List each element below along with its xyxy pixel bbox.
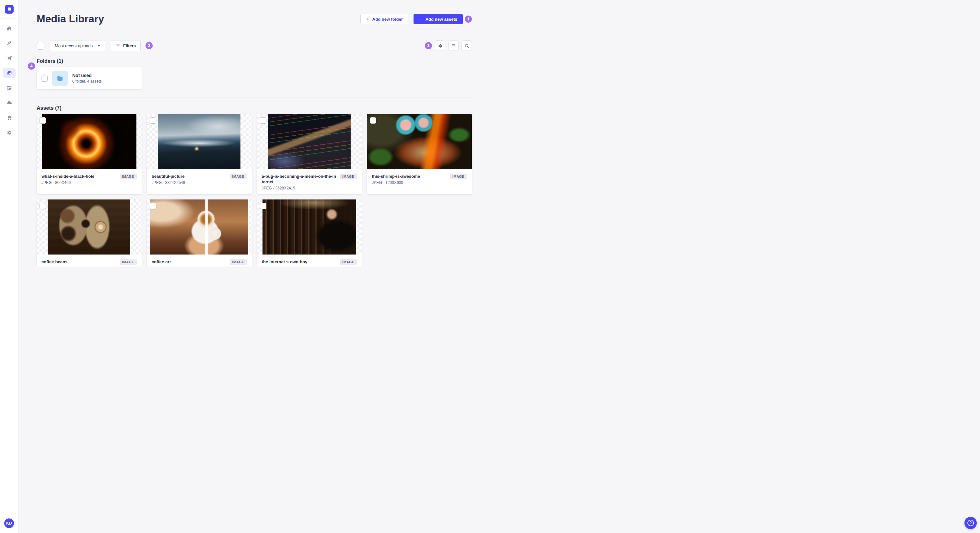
asset-meta: JPEG - 3824X2548 (152, 180, 227, 185)
asset-title: a-bug-is-becoming-a-meme-on-the-internet (262, 174, 337, 185)
page-header: Media Library Add new folder Add new ass… (37, 12, 472, 25)
asset-thumbnail (147, 114, 252, 169)
sidebar-divider (0, 18, 18, 19)
asset-checkbox[interactable] (260, 117, 266, 124)
list-icon (451, 43, 456, 48)
asset-image (367, 114, 471, 169)
folder-card[interactable]: Not used0 folder, 4 assets (37, 67, 142, 89)
asset-checkbox[interactable] (150, 203, 156, 209)
sidebar-item-content-feather[interactable] (3, 38, 16, 48)
select-all-checkbox[interactable] (37, 42, 45, 49)
asset-meta: JPEG - 5824X3259 (152, 266, 227, 266)
asset-image (150, 200, 248, 254)
asset-card[interactable]: this-shrimp-is-awesomeJPEG - 1200X630IMA… (367, 114, 472, 194)
asset-checkbox[interactable] (40, 117, 46, 124)
sidebar-item-home[interactable] (3, 23, 16, 33)
asset-meta: JPEG - 3628X2419 (262, 186, 337, 190)
add-new-assets-button[interactable]: Add new assets (414, 14, 463, 24)
search-icon (465, 43, 469, 48)
chevron-down-icon (97, 45, 100, 47)
sidebar-item-content-type-builder[interactable] (3, 82, 16, 93)
asset-image (158, 114, 240, 169)
home-icon (6, 25, 12, 31)
sidebar-item-marketplace-cart[interactable] (3, 113, 16, 123)
asset-meta: JPEG - 5021X3347 (41, 266, 117, 266)
filters-button[interactable]: Filters (111, 40, 141, 51)
asset-thumbnail (257, 114, 362, 169)
asset-card[interactable]: a-bug-is-becoming-a-meme-on-the-internet… (257, 114, 362, 194)
asset-type-badge: IMAGE (230, 174, 247, 179)
asset-type-badge: IMAGE (340, 259, 357, 265)
tour-badge-4[interactable]: 4 (28, 62, 35, 70)
cog-view-button[interactable] (435, 40, 445, 51)
search-view-button[interactable] (461, 40, 472, 51)
asset-checkbox[interactable] (150, 117, 156, 124)
filters-label: Filters (123, 43, 136, 48)
folder-meta: 0 folder, 4 assets (72, 79, 102, 84)
tour-badge-2[interactable]: 2 (145, 42, 153, 49)
asset-grid: what-s-inside-a-black-holeJPEG - 800X466… (37, 114, 472, 266)
asset-thumbnail (37, 200, 142, 254)
cog-icon (438, 43, 443, 48)
sidebar-item-cloud[interactable] (3, 97, 16, 108)
asset-checkbox[interactable] (40, 203, 46, 209)
sidebar: KD (0, 0, 19, 266)
page-title: Media Library (37, 12, 104, 25)
folder-checkbox[interactable] (41, 75, 48, 82)
marketplace-cart-icon (6, 115, 12, 121)
add-new-folder-button[interactable]: Add new folder (360, 14, 408, 24)
main-content: Media Library Add new folder Add new ass… (19, 0, 490, 266)
asset-card[interactable]: the-internet-s-own-boyJPEG - 1200X707IMA… (257, 200, 362, 266)
assets-heading: Assets (7) (37, 105, 472, 111)
sidebar-item-paper-plane[interactable] (3, 53, 16, 63)
asset-title: coffee-beans (41, 259, 117, 265)
asset-type-badge: IMAGE (230, 259, 247, 265)
tour-badge-1[interactable]: 1 (465, 16, 472, 23)
asset-image (42, 114, 137, 169)
asset-checkbox[interactable] (370, 117, 376, 124)
asset-thumbnail (367, 114, 472, 169)
asset-card[interactable]: what-s-inside-a-black-holeJPEG - 800X466… (37, 114, 142, 194)
sidebar-item-media-library[interactable] (3, 68, 16, 78)
asset-card[interactable]: beautiful-pictureJPEG - 3824X2548IMAGE (147, 114, 252, 194)
asset-type-badge: IMAGE (340, 174, 357, 179)
paper-plane-icon (6, 56, 12, 61)
asset-thumbnail (37, 114, 142, 169)
asset-type-badge: IMAGE (450, 174, 467, 179)
asset-title: what-s-inside-a-black-hole (41, 174, 117, 179)
folder-list: Not used0 folder, 4 assets (37, 67, 472, 89)
asset-title: coffee-art (152, 259, 227, 265)
content-feather-icon (6, 40, 12, 46)
folder-icon (52, 71, 68, 86)
asset-checkbox[interactable] (260, 203, 266, 209)
folders-heading: Folders (1) (37, 58, 472, 64)
asset-title: the-internet-s-own-boy (262, 259, 337, 265)
strapi-logo[interactable] (5, 5, 14, 14)
filter-icon (116, 43, 121, 48)
asset-image (262, 200, 356, 254)
add-new-folder-label: Add new folder (372, 17, 403, 22)
cloud-icon (6, 100, 12, 106)
tour-badge-3[interactable]: 3 (425, 42, 432, 49)
asset-thumbnail (257, 200, 362, 254)
asset-meta: JPEG - 1200X707 (262, 266, 337, 266)
strapi-logo-icon (6, 6, 12, 12)
settings-gear-icon (6, 130, 12, 135)
assets-toolbar: Most recent uploads Filters 2 3 (37, 40, 472, 51)
asset-thumbnail (147, 200, 252, 254)
sidebar-nav (3, 23, 16, 138)
asset-meta: JPEG - 1200X630 (372, 180, 447, 185)
plus-icon (419, 17, 423, 21)
media-library-icon (6, 70, 12, 76)
asset-card[interactable]: coffee-beansJPEG - 5021X3347IMAGE (37, 200, 142, 266)
sidebar-item-settings-gear[interactable] (3, 127, 16, 138)
plus-icon (366, 17, 370, 21)
asset-type-badge: IMAGE (119, 259, 137, 265)
asset-title: this-shrimp-is-awesome (372, 174, 447, 179)
sort-select[interactable]: Most recent uploads (50, 40, 105, 51)
list-view-button[interactable] (448, 40, 458, 51)
asset-meta: JPEG - 800X466 (41, 180, 117, 185)
asset-image (48, 200, 130, 254)
asset-card[interactable]: coffee-artJPEG - 5824X3259IMAGE (147, 200, 252, 266)
asset-type-badge: IMAGE (119, 174, 137, 179)
